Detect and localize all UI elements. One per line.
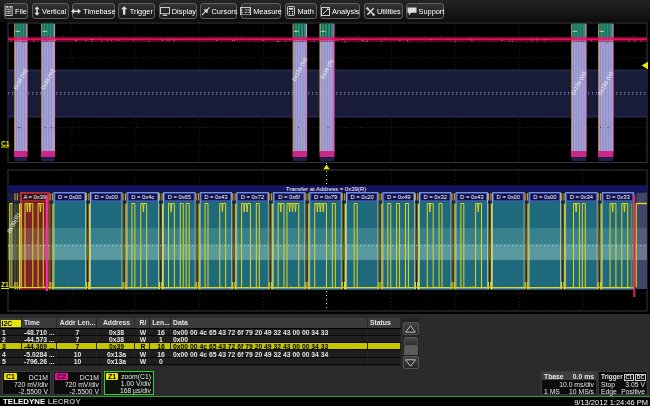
svg-text:D = 0x32: D = 0x32 [424, 194, 447, 200]
svg-text:D = 0x6f: D = 0x6f [278, 194, 300, 200]
svg-text:D = 0x00: D = 0x00 [95, 194, 118, 200]
svg-text:D = 0x49: D = 0x49 [387, 194, 410, 200]
svg-text:Transfer at Address = 0x39(R): Transfer at Address = 0x39(R) [286, 186, 366, 192]
svg-text:D = 0x43: D = 0x43 [204, 194, 227, 200]
svg-text:D = 0x33: D = 0x33 [606, 194, 629, 200]
svg-text:Z1: Z1 [1, 281, 9, 288]
svg-text:D = 0x4c: D = 0x4c [131, 194, 154, 200]
svg-text:D = 0x72: D = 0x72 [241, 194, 264, 200]
svg-text:D = 0x65: D = 0x65 [168, 194, 191, 200]
svg-text:D = 0x20: D = 0x20 [350, 194, 373, 200]
svg-text:D = 0x00: D = 0x00 [58, 194, 81, 200]
svg-text:C1: C1 [1, 140, 10, 147]
svg-text:1.23: 1.23 [241, 8, 251, 14]
svg-text:D = 0x79: D = 0x79 [314, 194, 337, 200]
svg-text:D = 0x34: D = 0x34 [570, 194, 594, 200]
svg-text:D = 0x00: D = 0x00 [533, 194, 556, 200]
svg-text:A = 0x39: A = 0x39 [23, 194, 46, 200]
svg-text:D = 0x00: D = 0x00 [497, 194, 520, 200]
svg-text:D = 0x43: D = 0x43 [460, 194, 483, 200]
